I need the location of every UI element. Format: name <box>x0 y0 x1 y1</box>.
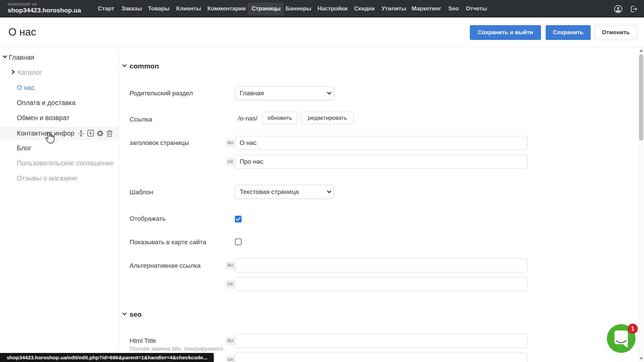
svg-text:1: 1 <box>631 325 634 332</box>
